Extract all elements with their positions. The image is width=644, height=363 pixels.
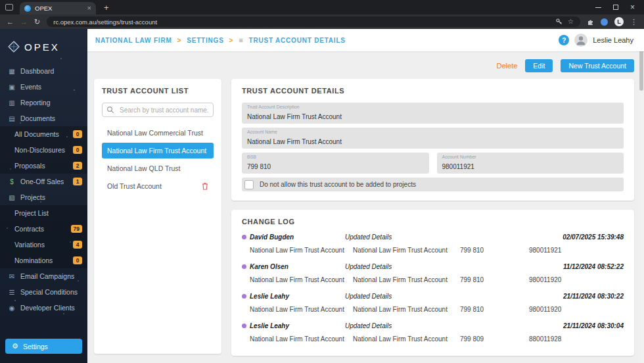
log-action: Updated Details <box>345 293 563 300</box>
sidebar-item-label: All Documents <box>14 130 59 138</box>
password-key-icon[interactable] <box>556 18 563 25</box>
list-item[interactable]: National Law QLD Trust <box>102 160 214 176</box>
new-trust-account-button[interactable]: New Trust Account <box>561 59 634 72</box>
log-bsb: 799 810 <box>460 276 529 283</box>
sidebar-item-dashboard[interactable]: Dashboard <box>0 63 87 79</box>
log-account-number: 980011920 <box>529 306 624 313</box>
delete-button[interactable]: Delete <box>497 62 518 70</box>
app-header: NATIONAL LAW FIRM > SETTINGS > ≡ TRUST A… <box>87 29 644 51</box>
sidebar-item-email-campaigns[interactable]: Email Campaigns <box>0 268 87 284</box>
developer-clients-icon <box>8 304 16 312</box>
count-badge: 0 <box>73 130 82 138</box>
sidebar-item-project-list[interactable]: Project List <box>0 205 87 221</box>
sidebar-item-label: Events <box>20 83 41 91</box>
sidebar-item-label: Variations <box>14 241 45 249</box>
reload-icon[interactable]: ↻ <box>34 18 40 26</box>
log-dot-icon <box>242 324 246 328</box>
search-input[interactable] <box>102 103 214 117</box>
sidebar-item-one-off-sales[interactable]: One-Off Sales 1 <box>0 174 87 189</box>
log-action: Updated Details <box>345 233 563 241</box>
log-action: Updated Details <box>345 322 563 329</box>
log-account-number: 980011920 <box>529 276 624 283</box>
maximize-icon[interactable] <box>613 5 618 10</box>
address-bar[interactable]: rc.opex.com.au/settings/trust-account ☆ <box>47 16 580 27</box>
count-badge: 0 <box>73 146 82 154</box>
extension-icon[interactable] <box>601 18 608 26</box>
back-icon[interactable]: ← <box>7 18 14 26</box>
sidebar-item-label: Dashboard <box>20 67 54 75</box>
log-description: National Law Firm Trust Account <box>250 247 353 254</box>
scrollbar[interactable] <box>639 29 644 363</box>
field-account-name: Account Name National Law Firm Trust Acc… <box>242 128 624 149</box>
list-item-selected[interactable]: National Law Firm Trust Account <box>102 143 214 158</box>
change-log-title: CHANGE LOG <box>242 218 624 226</box>
log-timestamp: 21/11/2024 08:30:22 <box>563 293 624 300</box>
trash-icon[interactable] <box>202 182 208 190</box>
browser-menu-icon[interactable]: ⋮ <box>630 18 637 26</box>
action-row: Delete Edit New Trust Account <box>94 59 634 72</box>
log-dot-icon <box>242 264 246 269</box>
user-avatar[interactable] <box>574 34 587 47</box>
count-badge: 2 <box>73 162 82 170</box>
main-area: NATIONAL LAW FIRM > SETTINGS > ≡ TRUST A… <box>87 29 644 363</box>
help-icon[interactable]: ? <box>559 35 569 45</box>
sidebar-nav: Dashboard Events Reporting Documents All… <box>0 63 87 363</box>
list-item-label: National Law Firm Trust Account <box>107 147 206 155</box>
sidebar-item-projects[interactable]: Projects <box>0 189 87 205</box>
gear-icon: ⚙ <box>12 342 18 351</box>
extensions-puzzle-icon[interactable] <box>587 18 594 26</box>
sidebar-item-nominations[interactable]: Nominations 0 <box>0 253 87 268</box>
sidebar-item-non-disclosures[interactable]: Non-Disclosures 0 <box>0 142 87 158</box>
sidebar-item-label: One-Off Sales <box>20 178 64 185</box>
documents-icon <box>8 115 16 122</box>
minimize-icon[interactable] <box>595 7 601 8</box>
sidebar-item-proposals[interactable]: Proposals 2 <box>0 158 87 174</box>
sidebar-item-label: Documents <box>20 114 55 122</box>
log-account-name: National Law Firm Trust Account <box>353 276 460 283</box>
sidebar-item-label: Contracts <box>14 225 44 233</box>
tab-close-icon[interactable]: × <box>87 5 91 12</box>
checkbox-label: Do not allow this trust account to be ad… <box>260 181 416 188</box>
sidebar-item-label: Project List <box>14 209 49 217</box>
bookmark-star-icon[interactable]: ☆ <box>568 18 574 25</box>
forward-icon[interactable]: → <box>20 18 28 26</box>
sidebar-item-all-documents[interactable]: All Documents 0 <box>0 126 87 142</box>
breadcrumb: NATIONAL LAW FIRM > SETTINGS > ≡ TRUST A… <box>95 36 346 44</box>
sidebar-item-documents[interactable]: Documents <box>0 110 87 126</box>
field-row: BSB 799 810 Account Number 980011921 <box>242 153 624 178</box>
do-not-allow-checkbox[interactable] <box>244 180 254 189</box>
field-bsb: BSB 799 810 <box>242 153 429 174</box>
sidebar-item-variations[interactable]: Variations 4 <box>0 237 87 253</box>
edit-button[interactable]: Edit <box>525 59 553 72</box>
list-item[interactable]: Old Trust Account <box>102 178 214 194</box>
list-item-label: National Law Commercial Trust <box>107 129 203 137</box>
url-text[interactable]: rc.opex.com.au/settings/trust-account <box>53 18 551 26</box>
new-tab-button[interactable]: + <box>104 4 109 11</box>
breadcrumb-item-trust-account-details[interactable]: TRUST ACCOUNT DETAILS <box>248 37 345 44</box>
log-account-number: 980011921 <box>529 247 624 254</box>
sidebar-item-events[interactable]: Events <box>0 79 87 95</box>
close-icon[interactable]: × <box>630 4 635 11</box>
breadcrumb-item-firm[interactable]: NATIONAL LAW FIRM <box>95 37 172 44</box>
browser-profile-avatar[interactable]: L <box>614 17 624 26</box>
sidebar-item-reporting[interactable]: Reporting <box>0 95 87 110</box>
breadcrumb-separator: > <box>177 37 182 44</box>
sidebar-item-special-conditions[interactable]: Special Conditions <box>0 284 87 300</box>
search-icon <box>106 106 114 114</box>
browser-tab[interactable]: OPEX × <box>20 2 96 14</box>
list-item[interactable]: National Law Commercial Trust <box>102 125 214 141</box>
window-controls: × <box>595 4 639 11</box>
sidebar-item-settings[interactable]: ⚙ Settings <box>5 339 82 354</box>
sidebar-item-contracts[interactable]: Contracts 79 <box>0 221 87 237</box>
events-icon <box>8 84 16 91</box>
sidebar: OPEX Dashboard Events Reporting Documen <box>0 29 87 363</box>
field-account-number: Account Number 980011921 <box>437 153 624 174</box>
log-account-name: National Law Firm Trust Account <box>353 247 460 254</box>
sidebar-item-developer-clients[interactable]: Developer Clients <box>0 300 87 316</box>
breadcrumb-item-settings[interactable]: SETTINGS <box>187 37 223 44</box>
opex-logo[interactable]: OPEX <box>0 29 87 63</box>
field-label: Account Name <box>247 129 618 135</box>
checkbox-bar: Do not allow this trust account to be ad… <box>242 178 624 191</box>
email-campaigns-icon <box>8 273 16 280</box>
tab-title: OPEX <box>35 5 83 12</box>
